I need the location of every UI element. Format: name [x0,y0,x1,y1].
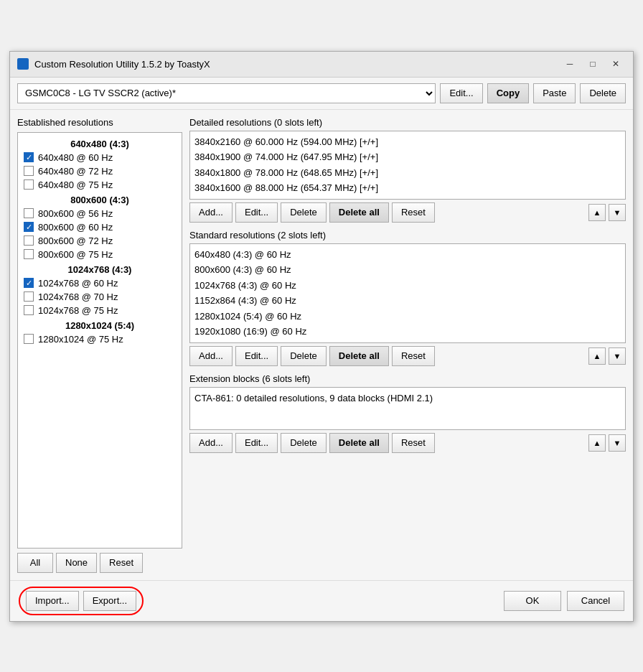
detailed-reset-button[interactable]: Reset [392,202,435,223]
standard-up-button[interactable]: ▲ [588,347,606,365]
app-icon [17,58,29,70]
window-title: Custom Resolution Utility 1.5.2 by Toast… [34,59,560,70]
bottom-right-buttons: OK Cancel [504,591,624,611]
checkbox-640x480-60[interactable]: ✓ [24,152,34,162]
group-640x480: 640x480 (4:3) [18,136,182,151]
toolbar: GSMC0C8 - LG TV SSCR2 (active)* Edit... … [10,78,633,110]
checkbox-1024x768-60[interactable]: ✓ [24,278,34,288]
checkbox-1024x768-75[interactable] [24,305,34,315]
cancel-button[interactable]: Cancel [567,591,624,611]
list-item: 640x480 (4:3) @ 60 Hz [193,247,622,263]
extension-title: Extension blocks (6 slots left) [189,373,626,384]
window-controls: ─ □ ✕ [560,56,626,72]
checkbox-1280x1024-75[interactable] [24,334,34,344]
standard-delete-all-button[interactable]: Delete all [329,346,389,366]
maximize-button[interactable]: □ [583,56,603,72]
none-button[interactable]: None [56,553,97,573]
checkbox-800x600-56[interactable] [24,208,34,218]
detailed-edit-button[interactable]: Edit... [235,202,278,223]
title-bar: Custom Resolution Utility 1.5.2 by Toast… [10,52,633,78]
all-button[interactable]: All [17,553,53,573]
import-button[interactable]: Import... [26,591,79,611]
list-item[interactable]: 640x480 @ 75 Hz [18,178,182,192]
edit-button[interactable]: Edit... [440,83,482,103]
detailed-delete-all-button[interactable]: Delete all [329,202,389,223]
list-item: 800x600 (4:3) @ 60 Hz [193,262,622,278]
left-panel: Established resolutions 640x480 (4:3) ✓ … [17,117,182,573]
monitor-select[interactable]: GSMC0C8 - LG TV SSCR2 (active)* [17,83,436,103]
extension-edit-button[interactable]: Edit... [235,433,278,453]
standard-buttons: Add... Edit... Delete Delete all Reset ▲… [189,346,626,366]
left-bottom-buttons: All None Reset [17,553,182,573]
copy-button[interactable]: Copy [487,83,530,103]
extension-reset-button[interactable]: Reset [392,433,435,453]
list-item[interactable]: 1280x1024 @ 75 Hz [18,332,182,346]
standard-title: Standard resolutions (2 slots left) [189,230,626,241]
standard-reset-button[interactable]: Reset [392,346,435,366]
list-item[interactable]: ✓ 1024x768 @ 60 Hz [18,276,182,290]
detailed-buttons: Add... Edit... Delete Delete all Reset ▲… [189,202,626,223]
list-item: 3840x2160 @ 60.000 Hz (594.00 MHz) [+/+] [193,134,622,150]
extension-down-button[interactable]: ▼ [609,434,626,452]
checkbox-800x600-60[interactable]: ✓ [24,222,34,232]
list-item[interactable]: 800x600 @ 72 Hz [18,234,182,248]
extension-blocks-box: CTA-861: 0 detailed resolutions, 9 data … [189,387,626,430]
main-content: Established resolutions 640x480 (4:3) ✓ … [10,110,633,580]
import-export-group: Import... Export... [19,587,144,615]
detailed-delete-button[interactable]: Delete [281,202,327,223]
extension-add-button[interactable]: Add... [189,433,233,453]
extension-up-button[interactable]: ▲ [588,434,606,452]
group-1024x768: 1024x768 (4:3) [18,261,182,276]
list-item[interactable]: 640x480 @ 72 Hz [18,164,182,178]
close-button[interactable]: ✕ [606,56,626,72]
group-800x600: 800x600 (4:3) [18,192,182,207]
extension-buttons: Add... Edit... Delete Delete all Reset ▲… [189,433,626,453]
list-item: 3840x1900 @ 74.000 Hz (647.95 MHz) [+/+] [193,149,622,165]
checkbox-640x480-72[interactable] [24,166,34,176]
detailed-section: Detailed resolutions (0 slots left) 3840… [189,117,626,223]
list-item: 1280x1024 (5:4) @ 60 Hz [193,309,622,325]
standard-resolutions-box: 640x480 (4:3) @ 60 Hz 800x600 (4:3) @ 60… [189,243,626,343]
standard-section: Standard resolutions (2 slots left) 640x… [189,230,626,366]
delete-button[interactable]: Delete [580,83,626,103]
detailed-title: Detailed resolutions (0 slots left) [189,117,626,128]
extension-delete-all-button[interactable]: Delete all [329,433,389,453]
detailed-down-button[interactable]: ▼ [609,204,626,221]
resolution-list: 640x480 (4:3) ✓ 640x480 @ 60 Hz 640x480 … [17,132,182,549]
list-item: 3840x1600 @ 88.000 Hz (654.37 MHz) [+/+] [193,180,622,196]
list-item: CTA-861: 0 detailed resolutions, 9 data … [193,391,622,406]
established-resolutions-title: Established resolutions [17,117,182,128]
list-item[interactable]: ✓ 640x480 @ 60 Hz [18,151,182,164]
reset-established-button[interactable]: Reset [100,553,143,573]
standard-add-button[interactable]: Add... [189,346,233,366]
bottom-bar: Import... Export... OK Cancel [10,580,633,621]
detailed-up-button[interactable]: ▲ [588,204,606,221]
extension-delete-button[interactable]: Delete [281,433,327,453]
list-item[interactable]: ✓ 800x600 @ 60 Hz [18,220,182,234]
list-item[interactable]: 1024x768 @ 75 Hz [18,304,182,317]
list-item: 1152x864 (4:3) @ 60 Hz [193,293,622,309]
detailed-resolutions-box: 3840x2160 @ 60.000 Hz (594.00 MHz) [+/+]… [189,131,626,200]
checkbox-800x600-75[interactable] [24,249,34,259]
main-window: Custom Resolution Utility 1.5.2 by Toast… [9,51,634,622]
list-item: 1920x1080 (16:9) @ 60 Hz [193,324,622,340]
detailed-add-button[interactable]: Add... [189,202,233,223]
list-item[interactable]: 800x600 @ 56 Hz [18,207,182,220]
ok-button[interactable]: OK [504,591,561,611]
checkbox-640x480-75[interactable] [24,179,34,190]
standard-delete-button[interactable]: Delete [281,346,327,366]
right-panel: Detailed resolutions (0 slots left) 3840… [189,117,626,573]
export-button[interactable]: Export... [83,591,136,611]
group-1280x1024: 1280x1024 (5:4) [18,317,182,332]
list-item: 3840x1800 @ 78.000 Hz (648.65 MHz) [+/+] [193,165,622,181]
standard-edit-button[interactable]: Edit... [235,346,278,366]
standard-down-button[interactable]: ▼ [609,347,626,365]
list-item[interactable]: 800x600 @ 75 Hz [18,248,182,261]
minimize-button[interactable]: ─ [560,56,580,72]
checkbox-1024x768-70[interactable] [24,291,34,302]
paste-button[interactable]: Paste [533,83,576,103]
extension-section: Extension blocks (6 slots left) CTA-861:… [189,373,626,453]
checkbox-800x600-72[interactable] [24,235,34,246]
list-item[interactable]: 1024x768 @ 70 Hz [18,290,182,304]
list-item: 1024x768 (4:3) @ 60 Hz [193,278,622,294]
